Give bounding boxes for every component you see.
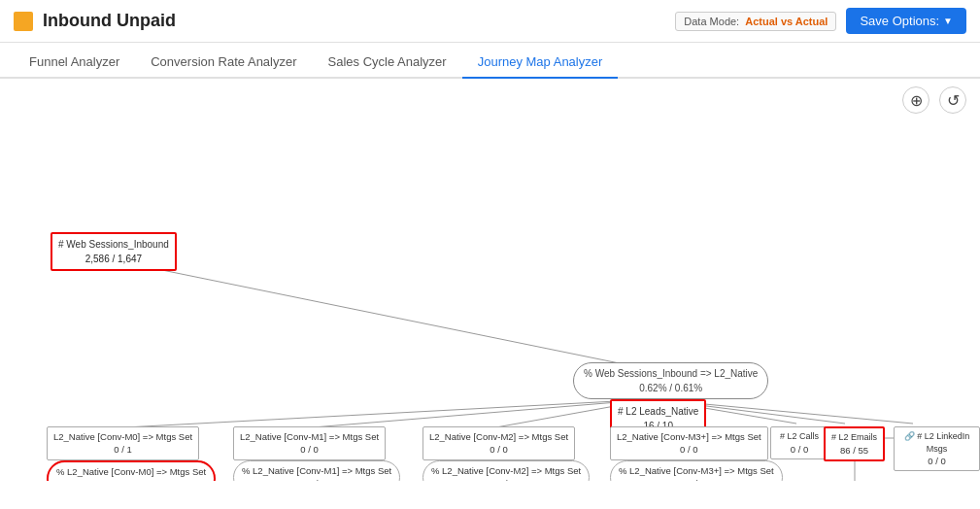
l2-emails-node[interactable]: # L2 Emails 86 / 55: [824, 426, 885, 461]
pct-l2-native-conv-m3plus-node[interactable]: % L2_Native [Conv-M3+] => Mtgs Set 0% / …: [610, 460, 783, 481]
reset-icon: ↺: [947, 91, 960, 110]
flow-diagram: # Web Sessions_Inbound 2,586 / 1,647 % W…: [0, 79, 980, 481]
tab-journey-map-analyzer[interactable]: Journey Map Analyzer: [462, 47, 619, 79]
chevron-down-icon: ▼: [943, 16, 953, 26]
page-title: Inbound Unpaid: [43, 11, 176, 31]
reset-button[interactable]: ↺: [939, 86, 966, 114]
pct-l2-native-conv-m2-node[interactable]: % L2_Native [Conv-M2] => Mtgs Set 0% / 0…: [422, 460, 590, 481]
l2-calls-node[interactable]: # L2 Calls 0 / 0: [770, 426, 828, 459]
header: Inbound Unpaid Data Mode: Actual vs Actu…: [0, 0, 980, 43]
tab-conversion-rate-analyzer[interactable]: Conversion Rate Analyzer: [135, 47, 312, 79]
web-sessions-label: # Web Sessions_Inbound: [58, 237, 169, 252]
web-sessions-conv-node[interactable]: % Web Sessions_Inbound => L2_Native 0.62…: [573, 362, 768, 399]
canvas-area: ⊕ ↺: [0, 79, 980, 481]
svg-line-2: [301, 399, 653, 428]
web-sessions-conv-value: 0.62% / 0.61%: [584, 381, 758, 395]
pct-l2-native-conv-m1-node[interactable]: % L2_Native [Conv-M1] => Mtgs Set 0% / 0…: [233, 460, 400, 481]
l2-linkedin-node[interactable]: 🔗 # L2 LinkedIn Msgs 0 / 0: [894, 426, 980, 471]
brand-icon: [14, 12, 33, 31]
data-mode-indicator: Data Mode: Actual vs Actual: [675, 12, 836, 31]
l2-native-conv-m1-node[interactable]: L2_Native [Conv-M1] => Mtgs Set 0 / 0: [233, 426, 386, 460]
canvas-controls: ⊕ ↺: [902, 86, 966, 114]
tabs-bar: Funnel Analyzer Conversion Rate Analyzer…: [0, 47, 980, 79]
pct-l2-native-conv-m0-node[interactable]: % L2_Native [Conv-M0] => Mtgs Set 75.0% …: [47, 460, 216, 481]
tab-funnel-analyzer[interactable]: Funnel Analyzer: [14, 47, 135, 79]
tab-sales-cycle-analyzer[interactable]: Sales Cycle Analyzer: [313, 47, 462, 79]
l2-native-conv-m3plus-node[interactable]: L2_Native [Conv-M3+] => Mtgs Set 0 / 0: [610, 426, 768, 460]
svg-line-1: [107, 399, 653, 428]
web-sessions-node[interactable]: # Web Sessions_Inbound 2,586 / 1,647: [51, 232, 177, 271]
l2-native-conv-m0-node[interactable]: L2_Native [Conv-M0] => Mtgs Set 0 / 1: [47, 426, 199, 460]
web-sessions-conv-label: % Web Sessions_Inbound => L2_Native: [584, 366, 758, 381]
l2-native-conv-m2-node[interactable]: L2_Native [Conv-M2] => Mtgs Set 0 / 0: [422, 426, 575, 460]
l2-leads-label: # L2 Leads_Native: [618, 404, 698, 419]
svg-line-0: [105, 258, 653, 370]
web-sessions-value: 2,586 / 1,647: [58, 252, 169, 266]
zoom-in-button[interactable]: ⊕: [902, 86, 929, 114]
save-options-button[interactable]: Save Options: ▼: [846, 8, 966, 34]
zoom-in-icon: ⊕: [910, 91, 923, 110]
